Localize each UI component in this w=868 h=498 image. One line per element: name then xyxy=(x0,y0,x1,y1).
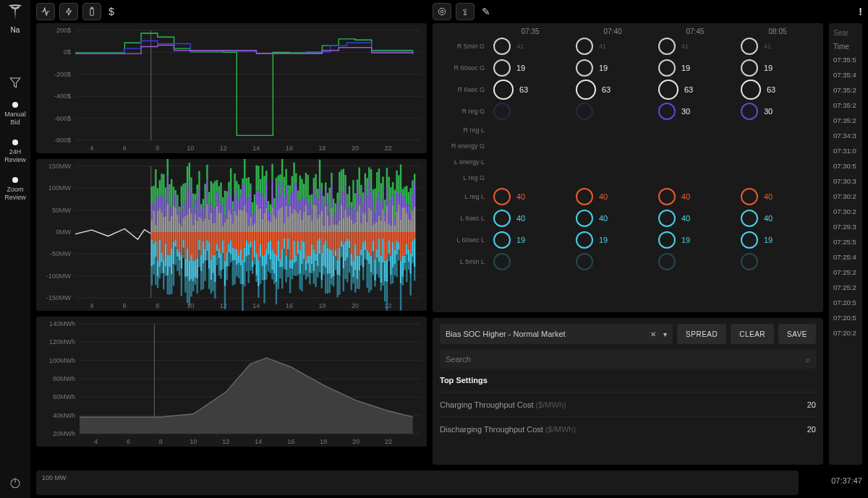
settings-row[interactable]: Charging Throughput Cost ($/MWh)20 xyxy=(440,392,816,416)
power-chart[interactable]: 150MW100MW50MW0MW-50MW-100MW-150MW468101… xyxy=(36,159,427,311)
bid-grid-cell[interactable]: 40 xyxy=(736,210,819,227)
bid-grid-value: 19 xyxy=(599,236,608,244)
svg-rect-151 xyxy=(182,232,184,240)
event-row[interactable]: 07:25:4 xyxy=(833,249,859,265)
footer-chart[interactable]: 100 MW xyxy=(36,471,799,495)
bid-grid-cell[interactable]: 19 xyxy=(736,231,819,249)
bid-grid-cell[interactable]: 40 xyxy=(736,188,819,205)
event-row[interactable]: 07:31:0 xyxy=(833,143,859,158)
filter-icon[interactable] xyxy=(9,76,22,89)
bid-grid-row: R 60sec G19191919 xyxy=(433,57,819,79)
svg-rect-251 xyxy=(216,192,218,205)
svg-rect-830 xyxy=(406,244,407,254)
chevron-down-icon[interactable]: ▾ xyxy=(663,330,667,338)
settings-search[interactable]: ⌕ xyxy=(440,350,816,369)
svg-rect-343 xyxy=(246,232,247,240)
event-row[interactable]: 07:25:2 xyxy=(833,280,859,295)
bid-grid-cell[interactable]: 30 xyxy=(736,103,819,120)
bid-grid-cell[interactable] xyxy=(736,253,819,270)
bid-grid-cell[interactable]: 63 xyxy=(736,80,819,100)
event-row[interactable]: 07:20:2 xyxy=(833,325,859,340)
alert-icon[interactable]: ! xyxy=(859,6,862,17)
bid-grid-cell[interactable] xyxy=(489,253,571,270)
price-chart[interactable]: 200$0$-200$-400$-600$-800$46810121416182… xyxy=(36,23,427,153)
bid-grid-cell[interactable]: 19 xyxy=(736,59,819,77)
bid-grid-cell[interactable]: 19 xyxy=(654,231,736,249)
svg-rect-843 xyxy=(410,274,412,296)
activity-icon[interactable] xyxy=(36,3,55,20)
close-icon[interactable]: ✕ xyxy=(650,330,656,338)
target-icon[interactable] xyxy=(433,3,451,20)
bid-grid-cell[interactable]: 63 xyxy=(654,80,736,100)
bid-grid-cell[interactable]: 63 xyxy=(571,80,654,100)
bid-grid-cell[interactable] xyxy=(654,253,736,270)
rail-item-24h-review[interactable]: 24HReview xyxy=(4,139,26,164)
event-row[interactable]: 07:30:5 xyxy=(833,158,859,173)
event-row[interactable]: 07:35:2 xyxy=(833,113,859,128)
settings-search-input[interactable] xyxy=(446,355,806,364)
svg-rect-766 xyxy=(386,205,388,232)
svg-rect-513 xyxy=(301,265,302,291)
clear-button[interactable]: CLEAR xyxy=(731,324,774,344)
svg-rect-504 xyxy=(299,176,301,201)
svg-rect-452 xyxy=(281,249,283,267)
bid-grid-cell[interactable]: 41 xyxy=(654,38,736,55)
svg-rect-352 xyxy=(250,217,251,232)
event-row[interactable]: 07:30:2 xyxy=(833,204,859,219)
chess-icon[interactable] xyxy=(456,3,475,20)
svg-rect-441 xyxy=(278,261,279,289)
power-icon[interactable] xyxy=(9,476,22,491)
bid-grid-cell[interactable]: 30 xyxy=(654,103,736,120)
event-row[interactable]: 07:35:2 xyxy=(833,98,859,113)
spread-button[interactable]: SPREAD xyxy=(677,324,726,344)
bid-grid-cell[interactable]: 40 xyxy=(571,210,654,227)
bid-grid-cell[interactable]: 41 xyxy=(736,38,819,55)
bid-grid-cell[interactable]: 41 xyxy=(571,38,654,55)
event-row[interactable]: 07:35:4 xyxy=(833,67,859,82)
bid-grid-cell[interactable]: 19 xyxy=(489,231,571,249)
footer-label: 100 MW xyxy=(42,474,67,481)
wrench-icon[interactable]: ✎ xyxy=(479,6,493,17)
svg-rect-493 xyxy=(295,232,297,255)
event-row[interactable]: 07:20:5 xyxy=(833,310,859,325)
bid-grid-cell[interactable] xyxy=(571,103,654,120)
event-row[interactable]: 07:25:2 xyxy=(833,265,859,280)
events-search-label[interactable]: Sear xyxy=(833,26,859,40)
bid-grid-cell[interactable]: 40 xyxy=(654,188,736,205)
event-row[interactable]: 07:34:3 xyxy=(833,128,859,143)
event-row[interactable]: 07:20:5 xyxy=(833,295,859,310)
bid-grid-cell[interactable]: 40 xyxy=(654,210,736,227)
rail-item-manual-bid[interactable]: ManualBid xyxy=(4,102,26,126)
profile-selector[interactable]: Bias SOC Higher - Normal Market ✕ ▾ xyxy=(440,324,673,344)
svg-rect-79 xyxy=(159,232,161,240)
bid-grid-cell[interactable]: 40 xyxy=(489,188,571,205)
svg-rect-674 xyxy=(354,244,356,270)
event-row[interactable]: 07:30:3 xyxy=(833,173,859,189)
bid-grid-cell[interactable]: 40 xyxy=(489,210,571,227)
bid-grid-cell[interactable]: 19 xyxy=(571,59,654,77)
bid-grid-cell[interactable]: 41 xyxy=(489,38,571,55)
rail-item-zoom-review[interactable]: ZoomReview xyxy=(4,177,26,202)
bid-grid-cell[interactable]: 40 xyxy=(571,188,654,205)
svg-rect-218 xyxy=(204,249,205,261)
svg-rect-342 xyxy=(246,178,247,198)
bid-grid-cell[interactable]: 19 xyxy=(654,59,736,77)
save-button[interactable]: SAVE xyxy=(778,324,816,344)
svg-rect-773 xyxy=(388,202,389,223)
bid-grid-cell[interactable]: 19 xyxy=(571,231,654,249)
event-row[interactable]: 07:35:2 xyxy=(833,82,859,98)
event-row[interactable]: 07:25:5 xyxy=(833,234,859,249)
energy-chart[interactable]: 140MWh120MWh100MWh80MWh60MWh40MWh20MWh46… xyxy=(36,317,427,447)
bid-grid-cell[interactable] xyxy=(489,103,571,120)
event-row[interactable]: 07:35:5 xyxy=(833,52,859,67)
battery-icon[interactable] xyxy=(82,3,101,20)
svg-rect-818 xyxy=(402,256,404,277)
bolt-icon[interactable] xyxy=(59,3,78,20)
event-row[interactable]: 07:30:2 xyxy=(833,189,859,204)
event-row[interactable]: 07:29:3 xyxy=(833,219,859,234)
bid-grid-cell[interactable]: 63 xyxy=(489,80,571,100)
settings-row[interactable]: Discharging Throughput Cost ($/MWh)20 xyxy=(440,416,816,441)
dollar-icon[interactable]: $ xyxy=(106,6,117,17)
bid-grid-cell[interactable] xyxy=(571,253,654,270)
bid-grid-cell[interactable]: 19 xyxy=(489,59,571,77)
